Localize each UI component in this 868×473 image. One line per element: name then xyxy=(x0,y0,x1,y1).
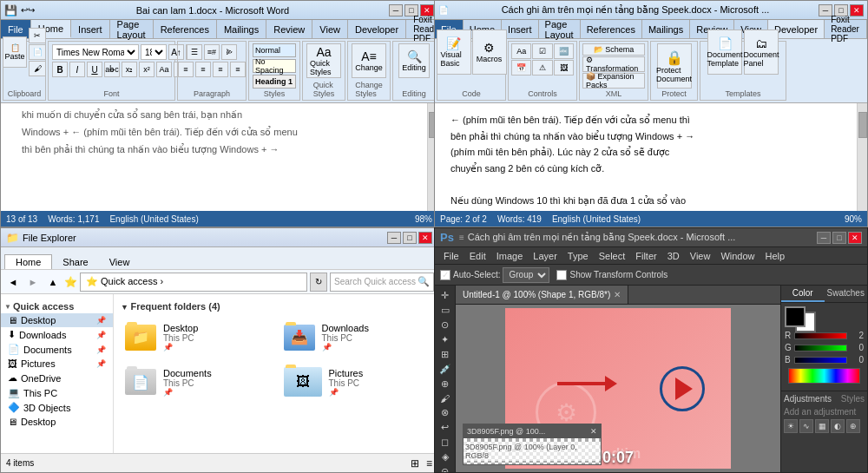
explorer-sidebar-quickaccess-group[interactable]: ▼ Quick access xyxy=(1,298,113,313)
explorer-address-path[interactable]: ⭐ Quick access › xyxy=(80,273,307,292)
word2-macros-btn[interactable]: ⚙Macros xyxy=(472,30,507,75)
word1-quickstyles-btn[interactable]: AaQuick Styles xyxy=(306,43,341,78)
ps-menu-image[interactable]: Image xyxy=(491,247,529,264)
word1-copy-btn[interactable]: 📄 xyxy=(29,44,46,60)
explorer-sidebar-documents[interactable]: 📄 Documents 📌 xyxy=(1,342,113,357)
word2-protect-btn[interactable]: 🔒Protect Document xyxy=(657,43,692,89)
word2-tab-references[interactable]: References xyxy=(581,20,642,38)
word2-scroll-thumb[interactable] xyxy=(858,112,867,138)
explorer-sidebar-desktop[interactable]: 🖥 Desktop 📌 xyxy=(1,313,113,327)
word1-bold-btn[interactable]: B xyxy=(52,62,68,77)
ps-adj-hue[interactable]: ◐ xyxy=(831,419,845,433)
ps-crop-tool[interactable]: ⊞ xyxy=(437,348,454,361)
word1-justify-btn[interactable]: ≡ xyxy=(230,62,246,77)
word1-fontsize-select[interactable]: 18 xyxy=(141,44,167,60)
word1-tab-references[interactable]: References xyxy=(154,20,217,38)
word1-minimize-btn[interactable]: ─ xyxy=(389,4,403,16)
ps-lasso-tool[interactable]: ⊙ xyxy=(437,319,454,332)
word1-tab-mailings[interactable]: Mailings xyxy=(217,20,266,38)
word2-tab-foxit[interactable]: Foxit Reader PDF xyxy=(825,20,867,38)
word1-align-right-btn[interactable]: ≡ xyxy=(213,62,228,77)
word1-tab-view[interactable]: View xyxy=(312,20,348,38)
explorer-tab-share[interactable]: Share xyxy=(52,255,98,269)
word1-multilevel-btn[interactable]: ⫸ xyxy=(221,44,237,60)
ps-menu-filter[interactable]: Filter xyxy=(630,247,661,264)
ps-autoselect-select[interactable]: Group Layer xyxy=(503,267,549,283)
word1-tab-developer[interactable]: Developer xyxy=(348,20,406,38)
explorer-sidebar-thispc[interactable]: 💻 This PC xyxy=(1,385,113,400)
word2-schema-btn[interactable]: 📂 Schema xyxy=(582,43,645,56)
explorer-freq-desktop[interactable]: 📁 Desktop This PC 📌 xyxy=(121,319,273,356)
word2-tab-insert[interactable]: Insert xyxy=(502,20,539,38)
word2-expansion-btn[interactable]: 📦 Expansion Packs xyxy=(582,73,645,89)
ps-menu-window[interactable]: Window xyxy=(715,247,760,264)
ps-autoselect-check[interactable]: ✓ xyxy=(440,270,450,280)
ps-minimize-btn[interactable]: ─ xyxy=(817,232,831,244)
ps-menu-type[interactable]: Type xyxy=(562,247,594,264)
word1-tab-insert[interactable]: Insert xyxy=(71,20,110,38)
ps-sub-close-btn[interactable]: ✕ xyxy=(590,427,597,436)
ps-color-spectrum[interactable] xyxy=(788,368,860,384)
ps-menu-select[interactable]: Select xyxy=(594,247,631,264)
ps-menu-layer[interactable]: Layer xyxy=(528,247,562,264)
ps-menu-view[interactable]: View xyxy=(685,247,716,264)
ps-adj-saturation[interactable]: ⊕ xyxy=(846,419,860,433)
word1-align-center-btn[interactable]: ≡ xyxy=(195,62,211,77)
explorer-search-box[interactable]: Search Quick access 🔍 xyxy=(330,273,434,292)
explorer-freq-pictures[interactable]: 🖼 Pictures This PC 📌 xyxy=(279,363,431,401)
word1-subscript-btn[interactable]: x₂ xyxy=(122,62,137,77)
word1-bullets-btn[interactable]: ☰ xyxy=(187,44,202,60)
ps-color-tab[interactable]: Color xyxy=(781,286,825,302)
ps-eyedropper-tool[interactable]: 💉 xyxy=(437,363,454,376)
explorer-maximize-btn[interactable]: □ xyxy=(403,232,417,244)
ps-fg-color-box[interactable] xyxy=(785,306,806,327)
word1-style-nosp[interactable]: No Spacing xyxy=(253,59,296,73)
explorer-back-btn[interactable]: ◄ xyxy=(4,273,22,291)
explorer-sidebar-desktop2[interactable]: 🖥 Desktop xyxy=(1,415,113,429)
word1-tab-file[interactable]: File xyxy=(1,20,31,38)
explorer-view-list[interactable]: ≡ xyxy=(426,457,432,470)
ps-g-bar[interactable] xyxy=(794,345,847,351)
word1-italic-btn[interactable]: I xyxy=(69,62,85,77)
explorer-forward-btn[interactable]: ► xyxy=(24,273,42,291)
ps-adj-curves[interactable]: ∿ xyxy=(799,419,813,433)
ps-menu-3d[interactable]: 3D xyxy=(662,247,685,264)
ps-menu-help[interactable]: Help xyxy=(760,247,791,264)
word1-editing-btn[interactable]: 🔍Editing xyxy=(398,43,430,78)
ps-menu-file[interactable]: File xyxy=(438,247,464,264)
word2-ctrl5-btn[interactable]: ⚠ xyxy=(532,60,552,76)
explorer-tab-home[interactable]: Home xyxy=(4,254,52,269)
ps-history-tool[interactable]: ↩ xyxy=(437,421,454,434)
word1-font-select[interactable]: Times New Roman xyxy=(52,44,139,60)
word2-ctrl6-btn[interactable]: 🖼 xyxy=(554,60,574,76)
explorer-view-icons[interactable]: ⊞ xyxy=(411,457,419,470)
word2-ctrl3-btn[interactable]: 🔤 xyxy=(554,43,574,59)
explorer-freq-downloads[interactable]: 📥 Downloads This PC 📌 xyxy=(279,319,431,356)
ps-maximize-btn[interactable]: □ xyxy=(832,232,846,244)
explorer-search-icon[interactable]: 🔍 xyxy=(418,276,430,287)
ps-brush-tool[interactable]: 🖌 xyxy=(437,392,454,404)
word1-style-normal[interactable]: Normal xyxy=(253,43,296,57)
word1-cut-btn[interactable]: ✂ xyxy=(29,28,46,43)
word2-tab-mailings[interactable]: Mailings xyxy=(642,20,690,38)
explorer-freq-documents[interactable]: 📄 Documents This PC 📌 xyxy=(121,363,273,401)
ps-doc-tab-untitled[interactable]: Untitled-1 @ 100% (Shape 1, RGB/8*) ✕ xyxy=(456,286,628,304)
explorer-sidebar-onedrive[interactable]: ☁ OneDrive xyxy=(1,371,113,385)
word1-style-h1[interactable]: Heading 1 xyxy=(253,75,296,89)
word1-superscript-btn[interactable]: x² xyxy=(139,62,155,77)
explorer-refresh-btn[interactable]: ↻ xyxy=(310,273,327,292)
explorer-close-btn[interactable]: ✕ xyxy=(418,232,432,244)
ps-menu-edit[interactable]: Edit xyxy=(464,247,491,264)
word2-visualbasic-btn[interactable]: 📝Visual Basic xyxy=(437,30,471,75)
explorer-minimize-btn[interactable]: ─ xyxy=(387,232,401,244)
ps-magic-tool[interactable]: ✦ xyxy=(437,333,454,346)
word2-ctrl2-btn[interactable]: ☑ xyxy=(532,43,552,59)
word1-tab-review[interactable]: Review xyxy=(266,20,312,38)
word1-tab-pagelayout[interactable]: Page Layout xyxy=(110,20,154,38)
explorer-sidebar-3dobjects[interactable]: 🔷 3D Objects xyxy=(1,400,113,415)
explorer-sidebar-downloads[interactable]: ⬇ Downloads 📌 xyxy=(1,327,113,342)
ps-r-bar[interactable] xyxy=(794,332,847,339)
word1-align-left-btn[interactable]: ≡ xyxy=(178,62,194,77)
word1-underline-btn[interactable]: U xyxy=(87,62,102,77)
ps-doc-tab-close[interactable]: ✕ xyxy=(614,290,621,299)
